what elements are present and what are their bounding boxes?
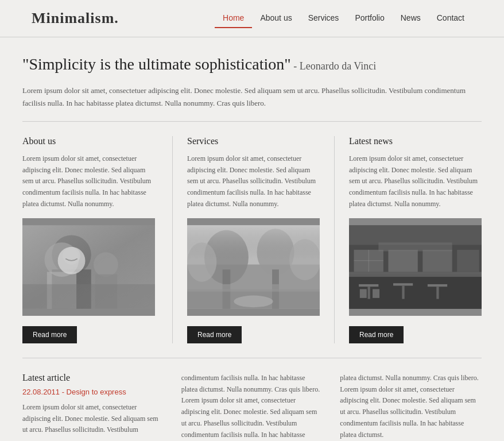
logo: Minimalism. [32, 10, 119, 27]
hero-section: "Simplicity is the ultimate sophisticati… [22, 37, 482, 122]
services-read-more[interactable]: Read more [187, 326, 242, 343]
services-col: Services Lorem ipsum dolor sit amet, con… [173, 136, 334, 343]
article-text: Lorem ipsum dolor sit amet, consectetuer… [22, 402, 164, 436]
nav-news[interactable]: News [393, 9, 429, 28]
news-title: Latest news [349, 136, 482, 146]
latest-col2-text: condimentum facilisis nulla. In hac habi… [181, 373, 323, 441]
about-image [22, 218, 155, 316]
about-read-more[interactable]: Read more [22, 326, 77, 343]
nav-portfolio[interactable]: Portfolio [347, 9, 392, 28]
svg-point-7 [94, 252, 118, 277]
svg-rect-23 [187, 284, 320, 292]
columns-section: About us Lorem ipsum dolor sit amet, con… [22, 122, 482, 358]
nav-services[interactable]: Services [300, 9, 347, 28]
nav-home[interactable]: Home [215, 9, 252, 28]
news-read-more[interactable]: Read more [349, 326, 404, 343]
services-text: Lorem ipsum dolor sit amet, consectetuer… [187, 153, 320, 210]
news-text: Lorem ipsum dolor sit amet, consectetuer… [349, 153, 482, 210]
svg-rect-9 [22, 284, 155, 309]
about-title: About us [22, 136, 155, 146]
latest-col3-text: platea dictumst. Nulla nonummy. Cras qui… [340, 373, 482, 441]
svg-point-11 [63, 247, 80, 265]
about-text: Lorem ipsum dolor sit amet, consectetuer… [22, 153, 155, 210]
logo-text: Minimalism [32, 10, 114, 26]
nav-contact[interactable]: Contact [429, 9, 472, 28]
nav-about[interactable]: About us [252, 9, 300, 28]
latest-col-3: platea dictumst. Nulla nonummy. Cras qui… [340, 373, 482, 441]
logo-dot: . [114, 10, 119, 26]
latest-col-1: Latest article 22.08.2011 - Design to ex… [22, 373, 164, 441]
main-content: "Simplicity is the ultimate sophisticati… [11, 37, 493, 441]
news-image [349, 218, 482, 316]
latest-title: Latest article [22, 373, 164, 383]
services-image [187, 218, 320, 316]
news-svg [349, 218, 482, 316]
hero-body: Lorem ipsum dolor sit amet, consectetuer… [22, 84, 482, 110]
news-col: Latest news Lorem ipsum dolor sit amet, … [335, 136, 482, 343]
latest-section: Latest article 22.08.2011 - Design to ex… [22, 358, 482, 441]
article-date[interactable]: 22.08.2011 - Design to express [22, 388, 164, 396]
svg-rect-24 [187, 225, 320, 260]
services-svg [187, 218, 320, 316]
header: Minimalism. Home About us Services Portf… [0, 0, 504, 37]
services-title: Services [187, 136, 320, 146]
main-nav: Home About us Services Portfolio News Co… [215, 9, 472, 28]
svg-point-22 [234, 295, 273, 307]
about-col: About us Lorem ipsum dolor sit amet, con… [22, 136, 172, 343]
svg-rect-45 [349, 225, 482, 308]
about-svg [22, 218, 155, 316]
latest-col-2: condimentum facilisis nulla. In hac habi… [181, 373, 323, 441]
hero-quote: "Simplicity is the ultimate sophisticati… [22, 55, 482, 74]
